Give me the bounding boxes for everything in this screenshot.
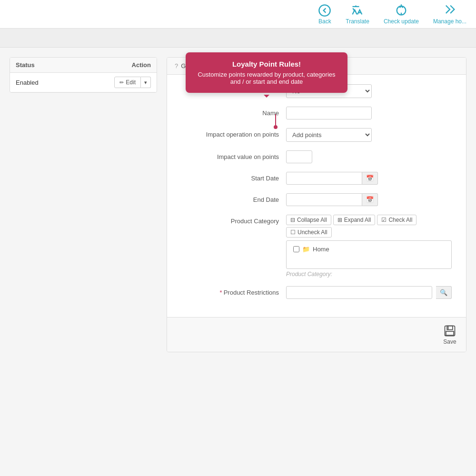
start-date-control: 📅: [286, 172, 452, 185]
uncheck-icon: ☐: [290, 229, 296, 236]
status-table: Status Action Enabled ✏ Edit ▾: [10, 57, 157, 93]
restrictions-input[interactable]: [286, 286, 432, 299]
top-bar: Back Translate Check update Manage ho...: [0, 0, 476, 29]
connector-dot: [274, 125, 278, 129]
edit-label: Edit: [126, 79, 136, 86]
start-date-wrapper: 📅: [286, 172, 378, 185]
expand-all-label: Expand All: [344, 217, 371, 223]
end-date-input[interactable]: [286, 193, 362, 206]
expand-all-button[interactable]: ⊞ Expand All: [333, 215, 376, 225]
impact-val-label: Impact value on points: [181, 150, 286, 160]
back-button[interactable]: Back: [318, 4, 331, 25]
category-toolbar: ⊟ Collapse All ⊞ Expand All ☑ Check All: [286, 215, 452, 238]
start-date-calendar-icon[interactable]: 📅: [362, 172, 378, 185]
impact-op-row: Impact operation on points Add points Su…: [181, 128, 452, 142]
required-star: *: [220, 289, 222, 296]
save-button[interactable]: Save: [443, 324, 456, 345]
category-tree: 📁 Home: [286, 240, 452, 269]
check-update-button[interactable]: Check update: [384, 4, 419, 25]
left-panel: Status Action Enabled ✏ Edit ▾: [10, 57, 157, 352]
check-icon: ☑: [381, 217, 387, 223]
form-footer: Save: [167, 317, 466, 352]
edit-button[interactable]: ✏ Edit: [114, 77, 141, 88]
impact-op-select[interactable]: Add points Subtract points Set points: [286, 128, 372, 142]
end-date-wrapper: 📅: [286, 193, 378, 206]
connector-line: [275, 114, 276, 126]
table-row: Enabled ✏ Edit ▾: [10, 73, 157, 92]
search-icon: 🔍: [440, 289, 447, 296]
end-date-label: End Date: [181, 193, 286, 203]
action-column-header: Action: [103, 61, 151, 69]
name-label: Name: [181, 107, 286, 117]
category-hint: Product Category:: [286, 271, 452, 278]
impact-val-control: [286, 150, 452, 163]
manage-button[interactable]: Manage ho...: [433, 4, 466, 25]
impact-val-input[interactable]: [286, 150, 312, 163]
uncheck-all-button[interactable]: ☐ Uncheck All: [286, 227, 332, 238]
check-all-button[interactable]: ☑ Check All: [377, 215, 416, 225]
impact-op-control: Add points Subtract points Set points: [286, 128, 452, 142]
end-date-calendar-icon[interactable]: 📅: [362, 193, 378, 206]
tooltip-subtitle: Customize points rewarded by product, ca…: [195, 71, 338, 85]
start-date-input[interactable]: [286, 172, 362, 185]
question-mark-icon: ?: [175, 62, 178, 69]
home-category-label: Home: [313, 246, 329, 253]
product-category-row: Product Category ⊟ Collapse All ⊞ Expand…: [181, 215, 452, 278]
collapse-all-button[interactable]: ⊟ Collapse All: [286, 215, 331, 225]
impact-val-row: Impact value on points: [181, 150, 452, 163]
pencil-icon: ✏: [119, 79, 124, 86]
translate-label: Translate: [346, 18, 369, 25]
table-header: Status Action: [10, 58, 157, 73]
main-form: ? GENERAL Rule Enabled? No Yes Name: [167, 57, 466, 352]
edit-dropdown-button[interactable]: ▾: [141, 77, 151, 88]
end-date-control: 📅: [286, 193, 452, 206]
manage-label: Manage ho...: [433, 18, 466, 25]
status-column-header: Status: [16, 61, 103, 69]
product-restrictions-row: *Product Restrictions 🔍: [181, 286, 452, 299]
folder-icon: 📁: [302, 246, 310, 253]
svg-point-0: [319, 5, 330, 16]
collapse-all-label: Collapse All: [297, 217, 327, 223]
edit-group: ✏ Edit ▾: [114, 77, 151, 88]
back-label: Back: [318, 18, 331, 25]
translate-button[interactable]: Translate: [346, 4, 369, 25]
impact-op-label: Impact operation on points: [181, 128, 286, 138]
category-tree-item-home: 📁 Home: [293, 246, 445, 253]
form-body: Rule Enabled? No Yes Name Impact operati…: [167, 75, 466, 317]
product-category-container: ⊟ Collapse All ⊞ Expand All ☑ Check All: [286, 215, 452, 278]
restrictions-search-button[interactable]: 🔍: [436, 286, 452, 299]
start-date-row: Start Date 📅: [181, 172, 452, 185]
product-restrictions-control: 🔍: [286, 286, 452, 299]
product-category-label: Product Category: [181, 215, 286, 225]
expand-icon: ⊞: [337, 217, 342, 223]
product-restrictions-label: *Product Restrictions: [181, 286, 286, 296]
tooltip-popup: Loyalty Point Rules! Customize points re…: [186, 52, 347, 93]
collapse-icon: ⊟: [290, 217, 295, 223]
name-control: [286, 107, 452, 119]
status-value: Enabled: [16, 79, 114, 86]
product-category-control: ⊟ Collapse All ⊞ Expand All ☑ Check All: [286, 215, 452, 278]
name-input[interactable]: [286, 107, 372, 119]
end-date-row: End Date 📅: [181, 193, 452, 206]
check-all-label: Check All: [388, 217, 412, 223]
save-label: Save: [443, 338, 456, 345]
check-update-label: Check update: [384, 18, 419, 25]
page-wrapper: Loyalty Point Rules! Customize points re…: [0, 48, 476, 362]
sub-header-bar: [0, 29, 476, 48]
start-date-label: Start Date: [181, 172, 286, 182]
name-row: Name: [181, 107, 452, 119]
tooltip-title: Loyalty Point Rules!: [195, 60, 338, 68]
svg-rect-3: [446, 331, 454, 335]
uncheck-all-label: Uncheck All: [298, 229, 327, 236]
home-category-checkbox[interactable]: [293, 246, 299, 252]
